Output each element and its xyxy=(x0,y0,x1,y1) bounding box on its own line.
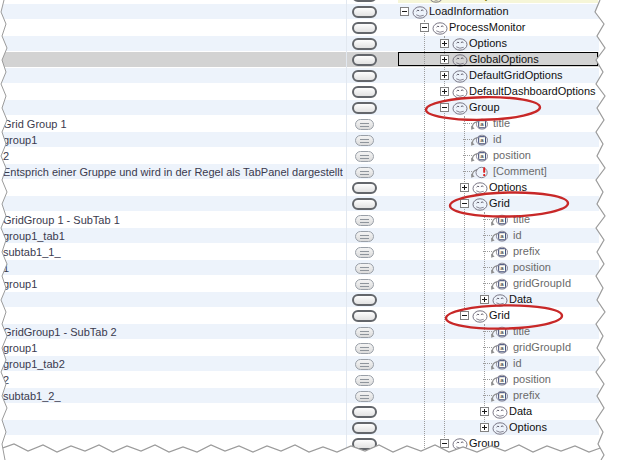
table-row[interactable]: DefaultDashboardOptions xyxy=(0,84,617,100)
table-row[interactable]: Data xyxy=(0,404,617,420)
tree-node-label[interactable]: [Comment] xyxy=(493,164,547,180)
node-button[interactable] xyxy=(352,6,377,18)
value-cell[interactable]: subtab1_2_ xyxy=(3,388,343,404)
tree-expander[interactable] xyxy=(440,87,449,96)
value-cell[interactable]: 1 xyxy=(3,260,343,276)
table-row[interactable]: LoadInformation xyxy=(0,4,617,20)
value-cell[interactable] xyxy=(3,404,343,420)
value-cell[interactable]: group1 xyxy=(3,340,343,356)
tree-node-label[interactable]: Options xyxy=(509,420,547,436)
node-button[interactable] xyxy=(355,215,374,226)
table-row[interactable]: group1 gridGroupId xyxy=(0,340,617,356)
node-button[interactable] xyxy=(352,310,377,322)
value-cell[interactable]: 2 xyxy=(3,372,343,388)
node-button[interactable] xyxy=(355,343,374,354)
value-cell[interactable]: GridGroup1 - SubTab 2 xyxy=(3,324,343,340)
table-row[interactable]: Entsprich einer Gruppe und wird in der R… xyxy=(0,164,617,180)
table-row[interactable]: Options xyxy=(0,420,617,436)
node-button[interactable] xyxy=(352,0,377,2)
value-cell[interactable]: Entsprich einer Gruppe und wird in der R… xyxy=(3,164,343,180)
tree-expander[interactable] xyxy=(480,407,489,416)
tree-node-label[interactable]: id xyxy=(513,228,522,244)
table-row[interactable]: Group xyxy=(0,100,617,116)
node-button[interactable] xyxy=(352,86,377,98)
table-row[interactable]: group1 gridGroupId xyxy=(0,276,617,292)
node-button[interactable] xyxy=(352,198,377,210)
tree-node-label[interactable]: gridGroupId xyxy=(513,276,571,292)
tree-expander[interactable] xyxy=(420,23,429,32)
node-button[interactable] xyxy=(355,359,374,370)
value-cell[interactable] xyxy=(3,36,343,52)
tree-node-label[interactable]: prefix xyxy=(513,244,540,260)
tree-expander[interactable] xyxy=(440,71,449,80)
node-button[interactable] xyxy=(352,54,377,66)
value-cell[interactable] xyxy=(3,196,343,212)
tree-expander[interactable] xyxy=(460,199,469,208)
tree-node-label[interactable]: title xyxy=(493,116,510,132)
tree-node-label[interactable]: id xyxy=(513,356,522,372)
node-button[interactable] xyxy=(352,438,377,450)
value-cell[interactable] xyxy=(3,180,343,196)
table-row[interactable]: GlobalOptions xyxy=(0,52,617,68)
table-row[interactable]: Grid xyxy=(0,308,617,324)
node-button[interactable] xyxy=(355,231,374,242)
node-button[interactable] xyxy=(352,22,377,34)
tree-expander[interactable] xyxy=(480,295,489,304)
tree-node-label[interactable]: Data xyxy=(509,292,532,308)
value-cell[interactable] xyxy=(3,4,343,20)
table-row[interactable]: subtab1_2_ prefix xyxy=(0,388,617,404)
tree-node-label[interactable]: position xyxy=(513,260,551,276)
node-button[interactable] xyxy=(352,294,377,306)
node-button[interactable] xyxy=(355,167,374,178)
table-row[interactable]: Options xyxy=(0,180,617,196)
tree-expander[interactable] xyxy=(480,423,489,432)
value-cell[interactable] xyxy=(3,20,343,36)
node-button[interactable] xyxy=(352,406,377,418)
value-cell[interactable]: 2 xyxy=(3,148,343,164)
value-cell[interactable] xyxy=(3,420,343,436)
value-cell[interactable] xyxy=(3,52,343,68)
value-cell[interactable]: subtab1_1_ xyxy=(3,244,343,260)
table-row[interactable]: ProcessMonitor xyxy=(0,20,617,36)
table-row[interactable]: 2 position xyxy=(0,372,617,388)
value-cell[interactable]: group1_tab1 xyxy=(3,228,343,244)
tree-node-label[interactable]: Group xyxy=(469,100,500,116)
tree-node-label[interactable]: Options xyxy=(469,36,507,52)
tree-node-label[interactable]: id xyxy=(493,132,502,148)
tree-expander[interactable] xyxy=(440,103,449,112)
node-button[interactable] xyxy=(352,422,377,434)
tree-node-label[interactable]: Grid xyxy=(489,196,510,212)
tree-node-label[interactable]: prefix xyxy=(513,388,540,404)
table-row[interactable]: Data xyxy=(0,292,617,308)
tree-expander[interactable] xyxy=(400,7,409,16)
table-row[interactable]: Grid Group 1 title xyxy=(0,116,617,132)
value-cell[interactable]: group1 xyxy=(3,132,343,148)
node-button[interactable] xyxy=(352,102,377,114)
value-cell[interactable] xyxy=(3,292,343,308)
node-button[interactable] xyxy=(355,135,374,146)
table-row[interactable]: group1_tab1 id xyxy=(0,228,617,244)
tree-expander[interactable] xyxy=(460,183,469,192)
value-cell[interactable] xyxy=(3,100,343,116)
node-button[interactable] xyxy=(355,151,374,162)
value-cell[interactable]: GridGroup 1 - SubTab 1 xyxy=(3,212,343,228)
node-button[interactable] xyxy=(355,247,374,258)
table-row[interactable]: group1 id xyxy=(0,132,617,148)
table-row[interactable]: Grid xyxy=(0,196,617,212)
tree-node-label[interactable]: ProcessMonitor xyxy=(449,20,525,36)
tree-node-label[interactable]: gridGroupId xyxy=(513,340,571,356)
node-button[interactable] xyxy=(355,375,374,386)
tree-expander[interactable] xyxy=(460,311,469,320)
node-button[interactable] xyxy=(355,119,374,130)
value-cell[interactable] xyxy=(3,84,343,100)
node-button[interactable] xyxy=(352,182,377,194)
tree-expander[interactable] xyxy=(440,39,449,48)
node-button[interactable] xyxy=(355,391,374,402)
value-cell[interactable] xyxy=(3,436,343,452)
tree-node-label[interactable]: position xyxy=(513,372,551,388)
node-button[interactable] xyxy=(355,279,374,290)
node-button[interactable] xyxy=(355,327,374,338)
tree-node-label[interactable]: Data xyxy=(509,404,532,420)
tree-node-label[interactable]: position xyxy=(493,148,531,164)
table-row[interactable]: Options xyxy=(0,36,617,52)
